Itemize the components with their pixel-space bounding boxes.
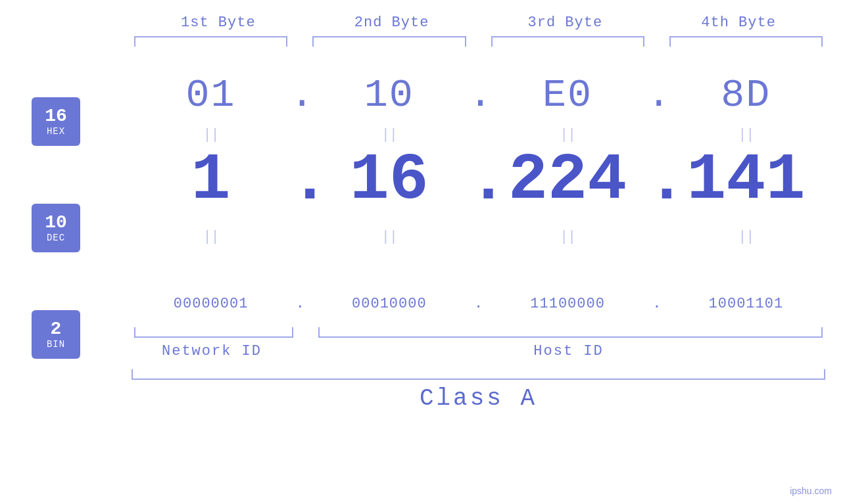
hex-badge-label: HEX (47, 126, 65, 137)
dot-dec-2: . (469, 144, 489, 218)
dec-val-4: 141 (667, 148, 825, 214)
hex-badge-number: 16 (45, 106, 67, 127)
main-container: 16 HEX 10 DEC 2 BIN 1st Byte 2nd Byte 3r… (0, 0, 845, 504)
dot-hex-3: . (647, 73, 667, 118)
eq-4: || (667, 127, 825, 143)
eq-1: || (132, 127, 290, 143)
equals-row-2: || || || || (132, 223, 825, 250)
byte3-header: 3rd Byte (479, 14, 652, 31)
dec-val-2: 16 (310, 148, 468, 214)
dot-bin-1: . (290, 296, 310, 312)
class-label: Class A (132, 385, 825, 412)
bracket-seg-3 (491, 36, 644, 47)
hex-val-4: 8D (667, 73, 825, 118)
hex-val-3: E0 (489, 73, 647, 118)
byte1-header: 1st Byte (132, 14, 305, 31)
dec-row: 1 . 16 . 224 . 141 (132, 148, 825, 214)
watermark: ipshu.com (790, 486, 832, 496)
byte-headers: 1st Byte 2nd Byte 3rd Byte 4th Byte (132, 0, 825, 31)
dot-dec-1: . (290, 144, 310, 218)
bin-val-2: 00010000 (310, 296, 468, 312)
network-host-label-row: Network ID Host ID (132, 343, 825, 359)
host-bracket (318, 327, 823, 338)
bracket-seg-1 (134, 36, 287, 47)
bin-val-3: 11100000 (489, 296, 647, 312)
eq2-1: || (132, 229, 290, 245)
class-bracket-line (132, 369, 825, 380)
hex-badge: 16 HEX (32, 97, 80, 146)
dec-badge-label: DEC (47, 233, 65, 243)
host-id-label: Host ID (312, 343, 825, 359)
byte2-header: 2nd Byte (305, 14, 479, 31)
dec-badge-number: 10 (45, 213, 67, 233)
eq2-4: || (667, 229, 825, 245)
network-id-label: Network ID (132, 343, 292, 359)
hex-row: 01 . 10 . E0 . 8D (132, 72, 825, 118)
dec-val-3: 224 (489, 148, 647, 214)
dot-bin-2: . (469, 296, 489, 312)
bottom-bracket-row (132, 327, 825, 338)
dec-val-1: 1 (132, 148, 290, 214)
network-bracket (134, 327, 293, 338)
bracket-seg-2 (312, 36, 466, 47)
dot-hex-2: . (469, 73, 489, 118)
dec-badge: 10 DEC (32, 204, 80, 252)
hex-val-1: 01 (132, 73, 290, 118)
dot-hex-1: . (290, 73, 310, 118)
dot-dec-3: . (647, 144, 667, 218)
eq2-2: || (310, 229, 468, 245)
byte4-header: 4th Byte (652, 14, 825, 31)
hex-val-2: 10 (310, 73, 468, 118)
bin-row: 00000001 . 00010000 . 11100000 . 1000110… (132, 286, 825, 322)
eq2-3: || (489, 229, 647, 245)
bin-badge-label: BIN (47, 339, 65, 350)
dot-bin-3: . (647, 296, 667, 312)
eq-2: || (310, 127, 468, 143)
grid-area: 1st Byte 2nd Byte 3rd Byte 4th Byte 01 .… (99, 0, 832, 412)
bin-val-1: 00000001 (132, 296, 290, 312)
bin-badge-number: 2 (51, 319, 62, 340)
top-bracket (132, 36, 825, 49)
bin-val-4: 10001101 (667, 296, 825, 312)
bracket-seg-4 (669, 36, 823, 47)
eq-3: || (489, 127, 647, 143)
class-bracket-container: Class A (132, 369, 825, 412)
bin-badge: 2 BIN (32, 310, 80, 359)
